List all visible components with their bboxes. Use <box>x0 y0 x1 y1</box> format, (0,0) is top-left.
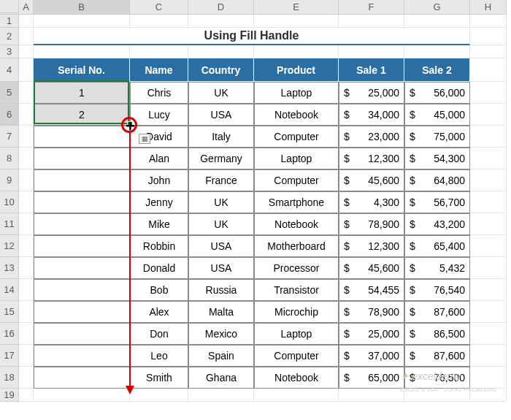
header-sale2[interactable]: Sale 2 <box>404 58 470 82</box>
cell-sale2[interactable]: $86,500 <box>404 323 470 345</box>
cell-name[interactable]: John <box>130 169 188 191</box>
title-cell[interactable]: Using Fill Handle <box>34 28 470 45</box>
cell-product[interactable]: Microchip <box>254 301 339 323</box>
col-header-d[interactable]: D <box>188 0 254 14</box>
cell-sale2[interactable]: $87,600 <box>404 301 470 323</box>
row-header-2[interactable]: 2 <box>0 28 19 45</box>
row-header-14[interactable]: 14 <box>0 279 19 301</box>
cell-name[interactable]: Jenny <box>130 191 188 213</box>
col-header-f[interactable]: F <box>339 0 404 14</box>
cell-product[interactable]: Computer <box>254 345 339 367</box>
cell-country[interactable]: Malta <box>188 301 254 323</box>
cell-name[interactable]: Donald <box>130 257 188 279</box>
cell-sale1[interactable]: $34,000 <box>339 104 404 126</box>
cell-product[interactable]: Notebook <box>254 213 339 235</box>
cell-product[interactable]: Motherboard <box>254 235 339 257</box>
cell-product[interactable]: Smartphone <box>254 191 339 213</box>
cell-sale1[interactable]: $25,000 <box>339 82 404 104</box>
cell-product[interactable]: Laptop <box>254 82 339 104</box>
cell-serial[interactable]: 2 <box>34 104 130 126</box>
cell-sale1[interactable]: $54,455 <box>339 279 404 301</box>
cell-sale2[interactable]: $5,432 <box>404 257 470 279</box>
cell-country[interactable]: USA <box>188 104 254 126</box>
header-country[interactable]: Country <box>188 58 254 82</box>
cell-sale1[interactable]: $23,000 <box>339 126 404 148</box>
cell-country[interactable]: UK <box>188 82 254 104</box>
select-all-corner[interactable] <box>0 0 19 13</box>
cell-sale2[interactable]: $87,600 <box>404 345 470 367</box>
cell-country[interactable]: Germany <box>188 148 254 169</box>
row-header-12[interactable]: 12 <box>0 235 19 257</box>
header-sale1[interactable]: Sale 1 <box>339 58 404 82</box>
autofill-options-icon[interactable]: ▦ <box>139 134 150 144</box>
cell-name[interactable]: Smith <box>130 367 188 389</box>
cell-name[interactable]: Robbin <box>130 235 188 257</box>
cell-serial[interactable] <box>34 257 130 279</box>
cell-sale1[interactable]: $78,900 <box>339 301 404 323</box>
cell-serial[interactable] <box>34 126 130 148</box>
cell-country[interactable]: UK <box>188 191 254 213</box>
row-header-13[interactable]: 13 <box>0 257 19 279</box>
cell-sale2[interactable]: $56,000 <box>404 82 470 104</box>
cell-name[interactable]: Alex <box>130 301 188 323</box>
row-header-1[interactable]: 1 <box>0 15 19 28</box>
cell-country[interactable]: Mexico <box>188 323 254 345</box>
header-serial[interactable]: Serial No. <box>34 58 130 82</box>
cell-serial[interactable] <box>34 148 130 169</box>
cell-product[interactable]: Computer <box>254 126 339 148</box>
cell-serial[interactable] <box>34 235 130 257</box>
cell-sale2[interactable]: $45,000 <box>404 104 470 126</box>
cell-product[interactable]: Processor <box>254 257 339 279</box>
cell-serial[interactable] <box>34 191 130 213</box>
cell-sale1[interactable]: $45,600 <box>339 169 404 191</box>
cell-name[interactable]: Leo <box>130 345 188 367</box>
row-header-19[interactable]: 19 <box>0 389 19 402</box>
cell-name[interactable]: Bob <box>130 279 188 301</box>
cell-sale2[interactable]: $56,700 <box>404 191 470 213</box>
cell-serial[interactable] <box>34 279 130 301</box>
cell-sale1[interactable]: $37,000 <box>339 345 404 367</box>
cell-sale2[interactable]: $43,200 <box>404 213 470 235</box>
cell-country[interactable]: Italy <box>188 126 254 148</box>
cell-sale1[interactable]: $4,300 <box>339 191 404 213</box>
row-header-16[interactable]: 16 <box>0 323 19 345</box>
cell-sale2[interactable]: $76,540 <box>404 279 470 301</box>
row-header-8[interactable]: 8 <box>0 148 19 169</box>
cell-country[interactable]: UK <box>188 213 254 235</box>
cell-country[interactable]: USA <box>188 257 254 279</box>
row-header-10[interactable]: 10 <box>0 191 19 213</box>
col-header-e[interactable]: E <box>254 0 339 14</box>
col-header-g[interactable]: G <box>404 0 470 14</box>
cell-product[interactable]: Computer <box>254 169 339 191</box>
row-header-9[interactable]: 9 <box>0 169 19 191</box>
row-header-4[interactable]: 4 <box>0 58 19 82</box>
cell-country[interactable]: Spain <box>188 345 254 367</box>
row-header-17[interactable]: 17 <box>0 345 19 367</box>
cell-sale2[interactable]: $54,300 <box>404 148 470 169</box>
cell-product[interactable]: Laptop <box>254 148 339 169</box>
cell-product[interactable]: Laptop <box>254 323 339 345</box>
cell-product[interactable]: Notebook <box>254 104 339 126</box>
cell-serial[interactable] <box>34 213 130 235</box>
cell-serial[interactable] <box>34 367 130 389</box>
col-header-a[interactable]: A <box>19 0 34 14</box>
cell-sale1[interactable]: $65,000 <box>339 367 404 389</box>
cell-sale1[interactable]: $12,300 <box>339 235 404 257</box>
cell-serial[interactable]: 1 <box>34 82 130 104</box>
cell-sale1[interactable]: $25,000 <box>339 323 404 345</box>
cell-sale2[interactable]: $75,000 <box>404 126 470 148</box>
cell-sale1[interactable]: $78,900 <box>339 213 404 235</box>
cell-serial[interactable] <box>34 169 130 191</box>
cell-name[interactable]: Lucy <box>130 104 188 126</box>
cell-serial[interactable] <box>34 323 130 345</box>
col-header-b[interactable]: B <box>34 0 130 14</box>
cell-name[interactable]: Mike <box>130 213 188 235</box>
cell-serial[interactable] <box>34 345 130 367</box>
cell-product[interactable]: Transistor <box>254 279 339 301</box>
col-header-c[interactable]: C <box>130 0 188 14</box>
cell-serial[interactable] <box>34 301 130 323</box>
cell-sale2[interactable]: $64,800 <box>404 169 470 191</box>
cell-country[interactable]: USA <box>188 235 254 257</box>
cell-country[interactable]: France <box>188 169 254 191</box>
row-header-6[interactable]: 6 <box>0 104 19 126</box>
